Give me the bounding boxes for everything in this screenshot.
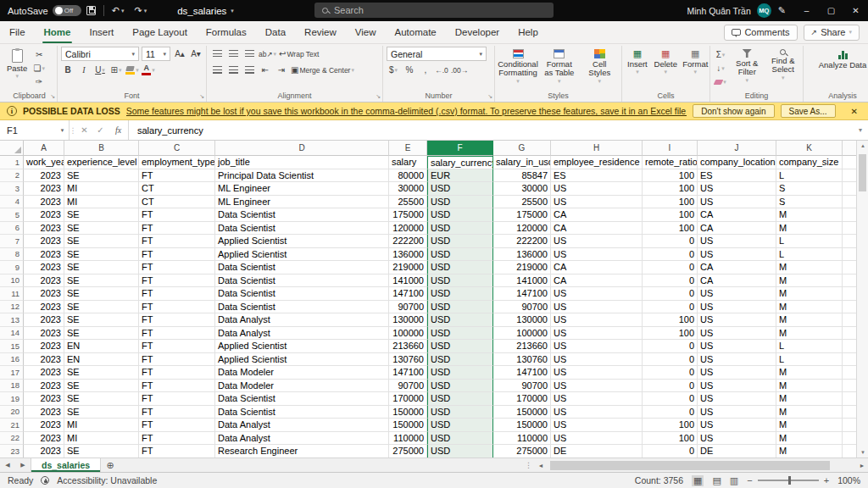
cell-E9[interactable]: 219000 (389, 261, 427, 274)
formula-input[interactable]: salary_currency (129, 120, 853, 140)
cell-C7[interactable]: FT (139, 235, 215, 248)
tab-help[interactable]: Help (509, 21, 548, 43)
cell-E23[interactable]: 275000 (389, 445, 427, 458)
cell-J18[interactable]: US (698, 380, 776, 393)
cell-G22[interactable]: 110000 (493, 432, 551, 446)
column-header-I[interactable]: I (643, 141, 698, 156)
cell-I10[interactable]: 0 (643, 274, 698, 288)
horizontal-scrollbar-track[interactable] (547, 461, 856, 470)
cell-H16[interactable]: US (551, 353, 643, 367)
format-as-table-button[interactable]: Format as Table ▾ (541, 48, 578, 86)
row-header-18[interactable]: 18 (0, 380, 24, 393)
cell-J4[interactable]: US (698, 196, 776, 209)
accounting-format-button[interactable]: $▾ (387, 64, 400, 76)
cell-B21[interactable]: MI (64, 419, 139, 432)
cell-H21[interactable]: US (551, 419, 643, 432)
cell-G14[interactable]: 100000 (493, 327, 551, 341)
cell-B4[interactable]: MI (64, 196, 139, 209)
cell-H14[interactable]: US (551, 327, 643, 341)
cell-F1[interactable]: salary_currency (427, 156, 493, 169)
cell-D17[interactable]: Data Modeler (215, 366, 389, 380)
italic-button[interactable]: I (77, 64, 91, 76)
cell-K8[interactable]: L (776, 248, 843, 262)
cell-F3[interactable]: USD (427, 182, 493, 196)
cell-I12[interactable]: 0 (643, 301, 698, 314)
cell-H18[interactable]: US (551, 380, 643, 393)
cell-H15[interactable]: US (551, 340, 643, 353)
cell-I7[interactable]: 0 (643, 235, 698, 248)
increase-decimal-button[interactable]: ←.0 (435, 64, 448, 76)
expand-formula-bar-icon[interactable]: ▾ (853, 120, 868, 140)
cell-K5[interactable]: M (776, 208, 843, 222)
vertical-scrollbar[interactable]: ▲ ▼ (856, 141, 868, 458)
find-select-button[interactable]: Find & Select ▾ (767, 48, 800, 82)
select-all-corner[interactable] (0, 141, 24, 156)
cell-G20[interactable]: 150000 (493, 406, 551, 419)
vertical-scrollbar-thumb[interactable] (859, 154, 866, 191)
cell-A3[interactable]: 2023 (24, 182, 64, 196)
decrease-decimal-button[interactable]: .00→ (451, 64, 468, 76)
cell-E22[interactable]: 110000 (389, 432, 427, 446)
cell-J21[interactable]: US (698, 419, 776, 432)
cell-A14[interactable]: 2023 (24, 327, 64, 341)
cell-G17[interactable]: 147100 (493, 366, 551, 380)
cell-H5[interactable]: CA (551, 208, 643, 222)
cell-E20[interactable]: 150000 (389, 406, 427, 419)
row-header-1[interactable]: 1 (0, 156, 24, 169)
cell-G9[interactable]: 219000 (493, 261, 551, 274)
cell-I9[interactable]: 0 (643, 261, 698, 274)
avatar[interactable]: MQ (757, 3, 771, 18)
warning-close-icon[interactable]: ✕ (848, 107, 861, 116)
cell-B1[interactable]: experience_level (64, 156, 139, 169)
cell-H20[interactable]: US (551, 406, 643, 419)
document-title[interactable]: ds_salaries ▾ (177, 6, 234, 16)
number-format-select[interactable]: General▾ (387, 47, 487, 61)
cell-D23[interactable]: Research Engineer (215, 445, 389, 458)
cell-D12[interactable]: Data Scientist (215, 301, 389, 314)
underline-button[interactable]: U▾ (93, 64, 107, 76)
cell-A8[interactable]: 2023 (24, 248, 64, 262)
cell-D3[interactable]: ML Engineer (215, 182, 389, 196)
shrink-font-button[interactable]: A▾ (189, 47, 203, 60)
scroll-up-icon[interactable]: ▲ (857, 143, 868, 148)
zoom-level[interactable]: 100% (837, 475, 860, 485)
orientation-button[interactable]: ab↗▾ (259, 47, 276, 60)
cell-D10[interactable]: Data Scientist (215, 274, 389, 288)
cell-E1[interactable]: salary (389, 156, 427, 169)
cell-H8[interactable]: US (551, 248, 643, 262)
comma-style-button[interactable]: , (419, 64, 432, 76)
page-layout-view-button[interactable]: ▤ (712, 475, 721, 486)
column-header-A[interactable]: A (24, 141, 64, 156)
pen-icon[interactable]: ✎ (778, 5, 786, 16)
cell-K9[interactable]: M (776, 261, 843, 274)
cell-B20[interactable]: SE (64, 406, 139, 419)
cell-F20[interactable]: USD (427, 406, 493, 419)
tab-automate[interactable]: Automate (386, 21, 446, 43)
row-header-9[interactable]: 9 (0, 261, 24, 274)
cell-C17[interactable]: FT (139, 366, 215, 380)
cell-H2[interactable]: ES (551, 169, 643, 183)
cell-I3[interactable]: 100 (643, 182, 698, 196)
autosave-control[interactable]: AutoSave Off (8, 5, 81, 16)
cell-D9[interactable]: Data Scientist (215, 261, 389, 274)
tab-insert[interactable]: Insert (80, 21, 123, 43)
cell-F7[interactable]: USD (427, 235, 493, 248)
cell-H12[interactable]: US (551, 301, 643, 314)
cell-E2[interactable]: 80000 (389, 169, 427, 183)
zoom-slider-thumb[interactable] (788, 476, 791, 485)
cell-B3[interactable]: MI (64, 182, 139, 196)
cell-G15[interactable]: 213660 (493, 340, 551, 353)
cell-G4[interactable]: 25500 (493, 196, 551, 209)
insert-cells-button[interactable]: ▦ Insert ▾ (626, 48, 649, 76)
cell-G13[interactable]: 130000 (493, 313, 551, 327)
redo-button[interactable]: ↷▾ (129, 0, 152, 21)
cell-I6[interactable]: 100 (643, 222, 698, 236)
minimize-button[interactable]: – (794, 0, 819, 21)
cell-F17[interactable]: USD (427, 366, 493, 380)
cell-A21[interactable]: 2023 (24, 419, 64, 432)
cell-B23[interactable]: SE (64, 445, 139, 458)
cell-B7[interactable]: SE (64, 235, 139, 248)
tab-review[interactable]: Review (295, 21, 346, 43)
cell-J16[interactable]: US (698, 353, 776, 367)
cell-H17[interactable]: US (551, 366, 643, 380)
